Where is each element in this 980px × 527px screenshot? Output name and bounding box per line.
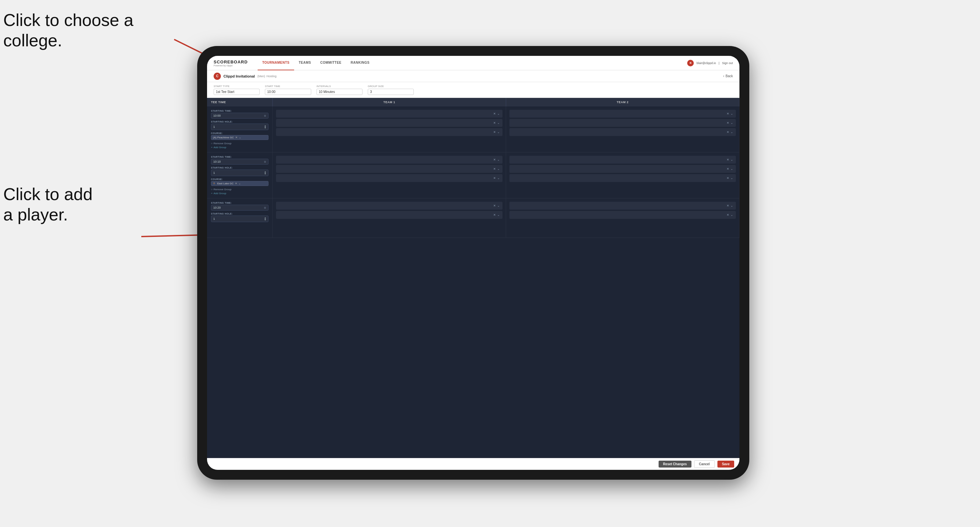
row1-course-label: COURSE: xyxy=(211,132,269,134)
reset-button[interactable]: Reset Changes xyxy=(659,460,692,468)
row1-add-group[interactable]: + Add Group xyxy=(211,146,269,149)
slot-edit-icon[interactable]: ⌄ xyxy=(497,121,500,124)
schedule-rows: STARTING TIME: 10:00 ⊙ STARTING HOLE: xyxy=(207,106,740,458)
row1-course-tag[interactable]: (A) Peachtree GC ✕ ⌄ xyxy=(211,135,269,140)
row2-starting-hole: STARTING HOLE: 1 ▲▼ xyxy=(211,167,269,176)
row3-hole-input[interactable]: 1 ▲▼ xyxy=(211,216,269,222)
annotation-player: Click to add a player. xyxy=(3,184,93,225)
row3-team2-slot1[interactable]: ✕⌄ xyxy=(509,202,736,210)
slot-x-icon[interactable]: ✕ xyxy=(493,112,496,115)
row1-team1-slot2[interactable]: ✕ ⌄ xyxy=(276,119,503,127)
row2-add-group[interactable]: + Add Group xyxy=(211,192,269,195)
row3-team2-slot2[interactable]: ✕⌄ xyxy=(509,211,736,219)
user-avatar: B xyxy=(687,60,694,67)
row2-team2-slot1[interactable]: ✕⌄ xyxy=(509,156,736,163)
nav-links: TOURNAMENTS TEAMS COMMITTEE RANKINGS xyxy=(258,56,687,70)
schedule-row-1: STARTING TIME: 10:00 ⊙ STARTING HOLE: xyxy=(207,106,740,152)
schedule-area: Tee Time Team 1 Team 2 STARTING TIME: xyxy=(207,98,740,458)
slot-x-icon[interactable]: ✕ xyxy=(493,121,496,124)
row3-team1-slot1[interactable]: ✕⌄ xyxy=(276,202,503,210)
tablet-frame: SCOREBOARD Powered by clippd TOURNAMENTS… xyxy=(197,46,749,480)
logo-title: SCOREBOARD xyxy=(214,59,248,64)
hosting-badge: Hosting xyxy=(267,75,277,78)
row1-team1-slot3[interactable]: ✕ ⌄ xyxy=(276,128,503,136)
nav-rankings[interactable]: RANKINGS xyxy=(346,56,374,70)
start-type-group: Start Type 1st Tee Start Shotgun Start xyxy=(214,85,259,95)
row1-team2-slot2[interactable]: ✕ ⌄ xyxy=(509,119,736,127)
start-type-select[interactable]: 1st Tee Start Shotgun Start xyxy=(214,89,259,95)
nav-committee[interactable]: COMMITTEE xyxy=(316,56,346,70)
intervals-select[interactable]: 10 Minutes 8 Minutes 12 Minutes xyxy=(317,89,363,95)
row2-team1: ✕⌄ ✕⌄ ✕⌄ xyxy=(273,152,506,198)
row2-hole-input[interactable]: 1 ▲▼ xyxy=(211,170,269,176)
row2-team2-slot2[interactable]: ✕⌄ xyxy=(509,165,736,173)
row2-team1-slot1[interactable]: ✕⌄ xyxy=(276,156,503,163)
intervals-group: Intervals 10 Minutes 8 Minutes 12 Minute… xyxy=(317,85,363,95)
row2-remove-group[interactable]: ○ Remove Group xyxy=(211,188,269,191)
back-button[interactable]: ‹ Back xyxy=(723,74,733,78)
tournament-tag: (Men) xyxy=(257,75,265,78)
row1-team2-slot3[interactable]: ✕ ⌄ xyxy=(509,128,736,136)
row3-team1-slot2[interactable]: ✕⌄ xyxy=(276,211,503,219)
bottom-bar: Reset Changes Cancel Save xyxy=(207,458,740,470)
row3-starting-time: STARTING TIME: 10:20 ⊙ xyxy=(211,202,269,211)
row2-course-tag[interactable]: 🏌 East Lake GC ✕ ⌄ xyxy=(211,181,269,186)
row1-hole-label: STARTING HOLE: xyxy=(211,121,269,123)
annotation-player-line1: Click to add xyxy=(3,185,93,204)
slot-edit-icon[interactable]: ⌄ xyxy=(497,130,500,134)
annotation-player-line2: a player. xyxy=(3,205,68,224)
row1-remove-group[interactable]: ○ Remove Group xyxy=(211,142,269,145)
schedule-row-2: STARTING TIME: 10:10 ⊙ STARTING HOLE: xyxy=(207,152,740,198)
group-size-group: Group Size 3 2 4 xyxy=(368,85,414,95)
row2-team2: ✕⌄ ✕⌄ ✕⌄ xyxy=(506,152,740,198)
start-type-label: Start Type xyxy=(214,85,259,88)
tournament-logo: C xyxy=(214,73,221,80)
row2-time-input[interactable]: 10:10 ⊙ xyxy=(211,159,269,165)
save-button[interactable]: Save xyxy=(718,460,734,468)
nav-right: B blair@clippd.io | Sign out xyxy=(687,60,733,67)
sign-out-link[interactable]: Sign out xyxy=(722,62,733,65)
logo-sub: Powered by clippd xyxy=(214,64,248,67)
row1-team1-slot1[interactable]: ✕ ⌄ xyxy=(276,110,503,117)
row3-time-input[interactable]: 10:20 ⊙ xyxy=(211,205,269,211)
row1-team2-slot1[interactable]: ✕ ⌄ xyxy=(509,110,736,117)
row1-left: STARTING TIME: 10:00 ⊙ STARTING HOLE: xyxy=(207,106,273,152)
form-row: Start Type 1st Tee Start Shotgun Start S… xyxy=(207,82,740,98)
start-time-input[interactable] xyxy=(265,89,311,95)
row2-course: COURSE: 🏌 East Lake GC ✕ ⌄ xyxy=(211,178,269,186)
cancel-button[interactable]: Cancel xyxy=(694,460,715,468)
row2-starting-time: STARTING TIME: 10:10 ⊙ xyxy=(211,156,269,165)
schedule-row-3: STARTING TIME: 10:20 ⊙ STARTING HOLE: xyxy=(207,198,740,238)
row3-starting-hole: STARTING HOLE: 1 ▲▼ xyxy=(211,213,269,222)
slot-x-icon[interactable]: ✕ xyxy=(493,130,496,134)
nav-tournaments[interactable]: TOURNAMENTS xyxy=(258,56,294,70)
tournament-title: Clippd Invitational xyxy=(223,74,255,78)
col-team1: Team 1 xyxy=(273,98,506,106)
row1-team2: ✕ ⌄ ✕ ⌄ xyxy=(506,106,740,152)
row2-left: STARTING TIME: 10:10 ⊙ STARTING HOLE: xyxy=(207,152,273,198)
row1-starting-time: STARTING TIME: 10:00 ⊙ xyxy=(211,110,269,119)
app-content: SCOREBOARD Powered by clippd TOURNAMENTS… xyxy=(207,56,740,470)
user-email: blair@clippd.io xyxy=(696,62,716,65)
row1-time-label: STARTING TIME: xyxy=(211,110,269,112)
col-team2: Team 2 xyxy=(506,98,740,106)
divider: | xyxy=(719,62,719,65)
row1-team1: ✕ ⌄ ✕ ⌄ xyxy=(273,106,506,152)
tablet-screen: SCOREBOARD Powered by clippd TOURNAMENTS… xyxy=(207,56,740,470)
annotation-college: Click to choose a college. xyxy=(3,10,134,51)
row3-left: STARTING TIME: 10:20 ⊙ STARTING HOLE: xyxy=(207,198,273,238)
row2-team1-slot2[interactable]: ✕⌄ xyxy=(276,165,503,173)
logo-area: SCOREBOARD Powered by clippd xyxy=(214,59,248,67)
row2-team1-slot3[interactable]: ✕⌄ xyxy=(276,174,503,182)
annotation-college-line2: college. xyxy=(3,31,62,50)
row1-time-input[interactable]: 10:00 ⊙ xyxy=(211,113,269,119)
row2-team2-slot3[interactable]: ✕⌄ xyxy=(509,174,736,182)
group-size-select[interactable]: 3 2 4 xyxy=(368,89,414,95)
row1-hole-input[interactable]: 1 ▲▼ xyxy=(211,124,269,130)
annotation-college-line1: Click to choose a xyxy=(3,11,134,30)
row1-starting-hole: STARTING HOLE: 1 ▲▼ xyxy=(211,121,269,130)
sub-header: C Clippd Invitational (Men) Hosting ‹ Ba… xyxy=(207,70,740,82)
main-content: Tee Time Team 1 Team 2 STARTING TIME: xyxy=(207,98,740,458)
nav-teams[interactable]: TEAMS xyxy=(294,56,316,70)
slot-edit-icon[interactable]: ⌄ xyxy=(497,112,500,115)
